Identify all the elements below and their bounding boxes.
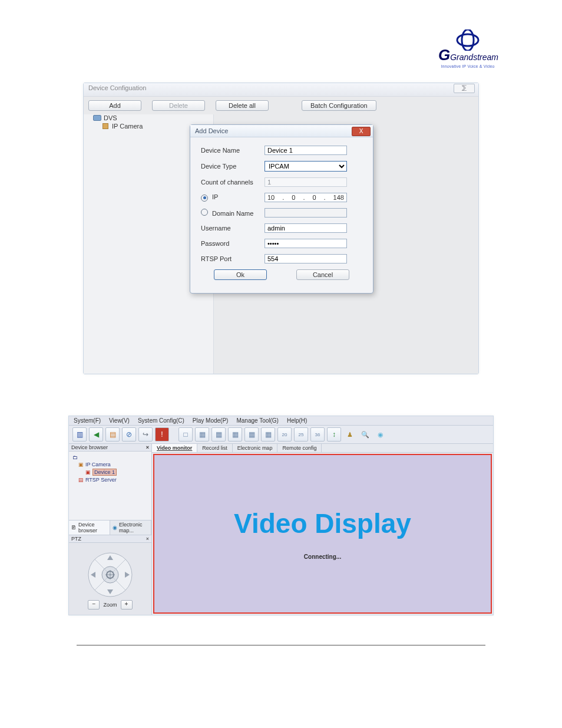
toolbar-icon[interactable]: ↪: [138, 427, 153, 442]
zoom-in-button[interactable]: +: [121, 600, 133, 610]
tab-device-browser[interactable]: 🖹 Device browser: [69, 521, 110, 535]
toolbar-back-icon[interactable]: ◀: [89, 427, 103, 442]
tab-label: Electronic map...: [119, 522, 148, 533]
batch-config-button[interactable]: Batch Configuration: [302, 100, 376, 111]
tab-record-list[interactable]: Record list: [197, 444, 233, 452]
menu-help[interactable]: Help(H): [286, 417, 308, 424]
server-icon: ▤: [78, 477, 84, 483]
menu-manage[interactable]: Manage Tool(G): [235, 417, 280, 424]
zoom-icon[interactable]: 🔍: [359, 428, 372, 441]
camera-icon: [103, 123, 110, 129]
label-ip: IP: [212, 193, 218, 200]
tree-label-selected: Device 1: [92, 469, 117, 476]
zoom-label: Zoom: [103, 602, 117, 608]
tab-electronic-map[interactable]: ◉ Electronic map...: [110, 521, 151, 535]
tree-label: IP Camera: [85, 462, 111, 467]
ip-radio[interactable]: [201, 195, 208, 202]
camera-icon: ▣: [85, 469, 91, 475]
delete-button[interactable]: Delete: [152, 100, 205, 111]
tree-node-dvs[interactable]: DVS: [90, 114, 213, 122]
main-app-window: System(F) View(V) System Config(C) Play …: [68, 416, 494, 615]
device-name-input[interactable]: [265, 146, 347, 155]
window-close-button[interactable]: ⅀: [454, 84, 475, 93]
toolbar: ▥ ◀ ▤ ⊘ ↪ ! □ ▦ ▦ ▦ ▦ ▦ 20 25 36 ↕ ♟ 🔍 ◉: [69, 426, 493, 444]
layout-9-icon[interactable]: ▦: [244, 427, 259, 442]
menu-system[interactable]: System(F): [72, 417, 102, 424]
layout-36-icon[interactable]: 36: [310, 427, 325, 442]
device-type-select[interactable]: IPCAM: [265, 161, 347, 172]
label-device-name: Device Name: [201, 147, 265, 154]
menu-view[interactable]: View(V): [108, 417, 131, 424]
svg-point-0: [457, 34, 478, 46]
toolbar-icon[interactable]: ◉: [374, 428, 387, 441]
footer-divider: [77, 645, 485, 645]
menu-bar: System(F) View(V) System Config(C) Play …: [69, 416, 493, 426]
layout-1-icon[interactable]: □: [178, 427, 193, 442]
tab-video-monitor[interactable]: Video monitor: [152, 444, 197, 452]
tree-node-root[interactable]: 🗀: [72, 454, 148, 461]
folder-icon: 🗀: [72, 454, 78, 460]
video-status-text: Connecting...: [304, 554, 341, 560]
toolbar-icon[interactable]: ▥: [72, 427, 87, 442]
panel-close-button[interactable]: ×: [146, 444, 149, 450]
brand-name: Grandstream: [450, 52, 498, 62]
tree-icon: 🖹: [71, 525, 77, 531]
layout-25-icon[interactable]: 25: [294, 427, 308, 442]
domain-radio[interactable]: [201, 209, 208, 216]
ip-input[interactable]: 10. 0. 0. 148: [265, 193, 347, 202]
ok-button[interactable]: Ok: [214, 269, 267, 280]
channels-select[interactable]: 1: [265, 177, 347, 187]
toolbar: Add Delete Delete all Batch Configuratio…: [84, 97, 478, 114]
toolbar-icon[interactable]: ▤: [105, 427, 120, 442]
panel-title: Device browser: [71, 444, 108, 450]
tree-node-ipcamera[interactable]: ▣ IP Camera: [78, 461, 148, 468]
tab-remote-config[interactable]: Remote config: [277, 444, 322, 452]
zoom-out-button[interactable]: −: [88, 600, 100, 610]
menu-config[interactable]: System Config(C): [137, 417, 186, 424]
layout-6-icon[interactable]: ▦: [211, 427, 226, 442]
tree-node-rtsp[interactable]: ▤ RTSP Server: [78, 476, 148, 483]
toolbar-icon[interactable]: ♟: [343, 428, 356, 441]
toolbar-icon[interactable]: ⊘: [122, 427, 136, 442]
tab-label: Device browser: [78, 522, 107, 533]
rtsp-input[interactable]: [265, 254, 347, 263]
layout-8-icon[interactable]: ▦: [228, 427, 242, 442]
label-password: Password: [201, 240, 265, 247]
globe-icon: ◉: [113, 525, 117, 531]
tree-label: RTSP Server: [85, 477, 117, 483]
domain-input: [265, 208, 347, 218]
ptz-header: PTZ ×: [69, 535, 151, 543]
dialog-close-button[interactable]: X: [352, 127, 371, 136]
layout-4-icon[interactable]: ▦: [195, 427, 209, 442]
tab-electronic-map[interactable]: Electronic map: [233, 444, 278, 452]
username-input[interactable]: [265, 223, 347, 233]
camera-icon: ▣: [78, 462, 84, 467]
delete-all-button[interactable]: Delete all: [216, 100, 269, 111]
toolbar-alert-icon[interactable]: !: [155, 427, 169, 442]
password-input[interactable]: [265, 239, 347, 248]
panel-close-button[interactable]: ×: [146, 536, 149, 542]
layout-16-icon[interactable]: ▦: [261, 427, 275, 442]
device-browser-header: Device browser ×: [69, 444, 151, 452]
ptz-control[interactable]: [87, 552, 133, 598]
panel-title: PTZ: [71, 536, 81, 542]
tree-label: DVS: [104, 114, 117, 121]
label-rtsp: RTSP Port: [201, 255, 265, 262]
brand-tagline: Innovative IP Voice & Video: [438, 64, 497, 68]
layout-20-icon[interactable]: 20: [277, 427, 292, 442]
dvs-icon: [93, 115, 101, 121]
video-display-area[interactable]: Video Display Connecting...: [153, 454, 492, 614]
dialog-title: Add Device: [195, 127, 228, 134]
device-tree: 🗀 ▣ IP Camera ▣ Device 1 ▤ RTSP Server: [69, 452, 151, 520]
label-username: Username: [201, 225, 265, 232]
tree-node-device1[interactable]: ▣ Device 1: [85, 468, 148, 476]
toolbar-icon[interactable]: ↕: [327, 427, 341, 442]
add-button[interactable]: Add: [88, 100, 141, 111]
menu-play[interactable]: Play Mode(P): [191, 417, 230, 424]
label-device-type: Device Type: [201, 163, 265, 170]
label-domain: Domain Name: [212, 210, 253, 217]
brand-logo: GGrandstream Innovative IP Voice & Video: [438, 29, 497, 68]
add-device-dialog: Add Device X Device Name Device Type IPC…: [190, 124, 373, 294]
cancel-button[interactable]: Cancel: [296, 269, 349, 280]
tree-label: IP Camera: [112, 123, 143, 130]
